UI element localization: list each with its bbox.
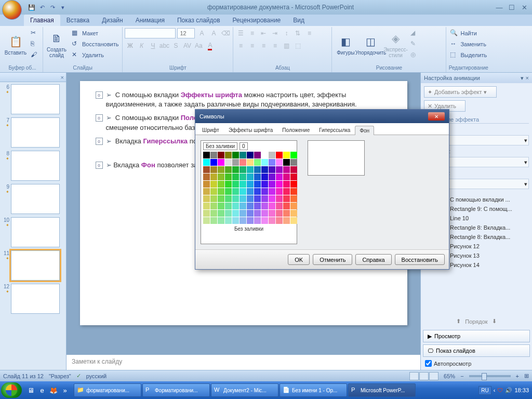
ie-icon[interactable]: e	[36, 383, 48, 397]
color-swatch[interactable]	[269, 195, 275, 202]
color-swatch[interactable]	[218, 174, 224, 180]
grow-font-button[interactable]: A	[196, 28, 207, 38]
color-swatch[interactable]	[218, 210, 224, 217]
show-desktop-icon[interactable]: 🖥	[25, 383, 36, 397]
taskbar-item[interactable]: 📁форматировани...	[74, 383, 141, 397]
font-color-button[interactable]: A	[205, 41, 215, 51]
color-swatch[interactable]	[261, 188, 268, 195]
color-swatch[interactable]	[247, 159, 254, 166]
color-swatch[interactable]	[240, 181, 246, 188]
color-swatch[interactable]	[247, 203, 254, 209]
thumb-preview[interactable]	[11, 217, 60, 247]
taskbar-item[interactable]: PФорматировани...	[142, 383, 210, 397]
dialog-close-button[interactable]: ✕	[428, 112, 445, 121]
color-swatch[interactable]	[276, 210, 283, 217]
color-swatch[interactable]	[247, 152, 254, 158]
tab-slideshow[interactable]: Показ слайдов	[171, 15, 227, 26]
color-swatch[interactable]	[290, 188, 297, 195]
shape-effects-button[interactable]: ◎	[409, 50, 420, 60]
underline-button[interactable]: Ч	[148, 41, 158, 51]
color-swatch[interactable]	[218, 152, 224, 158]
color-swatch[interactable]	[276, 159, 283, 166]
color-swatch[interactable]	[225, 159, 232, 166]
color-swatch[interactable]	[283, 174, 290, 180]
save-icon[interactable]: 💾	[27, 3, 36, 12]
color-swatch[interactable]	[240, 210, 246, 217]
zoom-in-button[interactable]: +	[516, 373, 519, 379]
zoom-level[interactable]: 65%	[444, 373, 455, 379]
normal-view-button[interactable]	[409, 372, 419, 380]
color-swatch[interactable]	[247, 166, 254, 173]
thumb-preview[interactable]	[11, 184, 60, 214]
find-button[interactable]: 🔍Найти	[448, 28, 488, 38]
color-swatch[interactable]	[283, 210, 290, 217]
font-family-dropdown[interactable]	[125, 28, 176, 38]
thumb-preview[interactable]	[11, 284, 60, 314]
thumb-preview[interactable]	[11, 250, 60, 281]
reset-button[interactable]: ↺Восстановить	[70, 39, 120, 49]
color-swatch[interactable]	[210, 210, 217, 217]
color-swatch[interactable]	[261, 166, 268, 173]
color-swatch[interactable]	[290, 152, 297, 158]
color-swatch[interactable]	[247, 195, 254, 202]
add-effect-button[interactable]: ✦Добавить эффект ▾	[424, 86, 497, 98]
tray-shield-icon[interactable]: 🛡	[497, 387, 503, 393]
color-swatch[interactable]	[225, 217, 232, 224]
maximize-button[interactable]: ☐	[506, 3, 517, 12]
color-swatch[interactable]	[232, 166, 239, 173]
color-swatch[interactable]	[225, 166, 232, 173]
dialog-tab-position[interactable]: Положение	[277, 125, 314, 135]
color-swatch[interactable]	[283, 203, 290, 209]
color-swatch[interactable]	[290, 210, 297, 217]
color-swatch[interactable]	[290, 166, 297, 173]
qat-dropdown-icon[interactable]: ▾	[58, 3, 68, 12]
color-swatch[interactable]	[240, 152, 246, 158]
color-swatch[interactable]	[290, 181, 297, 188]
fit-zoom-button[interactable]: ⊞	[524, 373, 529, 379]
minimize-button[interactable]: —	[494, 3, 505, 12]
anim-close-icon[interactable]: ×	[526, 75, 529, 82]
cancel-button[interactable]: Отменить	[313, 254, 352, 265]
color-swatch[interactable]	[240, 203, 246, 209]
thumbnail-item[interactable]: 8✦	[2, 151, 64, 181]
color-swatch[interactable]	[247, 174, 254, 180]
color-swatch[interactable]	[276, 152, 283, 158]
quickstyles-button[interactable]: ◈Экспресс-стили	[384, 28, 407, 61]
color-swatch[interactable]	[232, 195, 239, 202]
color-swatch[interactable]	[247, 217, 254, 224]
tab-review[interactable]: Рецензирование	[227, 15, 287, 26]
restore-button[interactable]: Восстановить	[395, 254, 445, 265]
select-button[interactable]: ⬚Выделить	[448, 50, 488, 60]
color-swatch[interactable]	[290, 195, 297, 202]
bold-button[interactable]: Ж	[125, 41, 135, 51]
color-swatch[interactable]	[247, 188, 254, 195]
color-swatch[interactable]	[269, 210, 275, 217]
replace-button[interactable]: ↔Заменить	[448, 39, 488, 49]
color-swatch[interactable]	[254, 188, 261, 195]
align-text-button[interactable]: ≡	[304, 28, 314, 38]
color-swatch[interactable]	[232, 159, 239, 166]
color-swatch[interactable]	[283, 166, 290, 173]
color-swatch[interactable]	[232, 188, 239, 195]
color-swatch[interactable]	[225, 203, 232, 209]
color-swatch[interactable]	[225, 174, 232, 180]
reorder-down-icon[interactable]: ⬇	[492, 318, 497, 325]
color-swatch[interactable]	[254, 217, 261, 224]
clear-format-button[interactable]: ⌫	[220, 28, 231, 38]
color-swatch[interactable]	[218, 181, 224, 188]
color-swatch[interactable]	[276, 188, 283, 195]
tab-home[interactable]: Главная	[24, 15, 60, 26]
color-swatch[interactable]	[232, 152, 239, 158]
color-swatch[interactable]	[283, 195, 290, 202]
color-swatch[interactable]	[203, 188, 210, 195]
color-swatch[interactable]	[210, 166, 217, 173]
shape-outline-button[interactable]: ✎	[409, 39, 420, 49]
convert-smartart-button[interactable]: ⬚	[292, 41, 303, 51]
tab-design[interactable]: Дизайн	[96, 15, 129, 26]
format-painter-button[interactable]: 🖌	[29, 50, 41, 60]
italic-button[interactable]: К	[136, 41, 147, 51]
color-swatch[interactable]	[210, 174, 217, 180]
color-swatch[interactable]	[283, 181, 290, 188]
thumb-preview[interactable]	[11, 117, 60, 148]
thumbnail-item[interactable]: 9✦	[2, 184, 64, 214]
